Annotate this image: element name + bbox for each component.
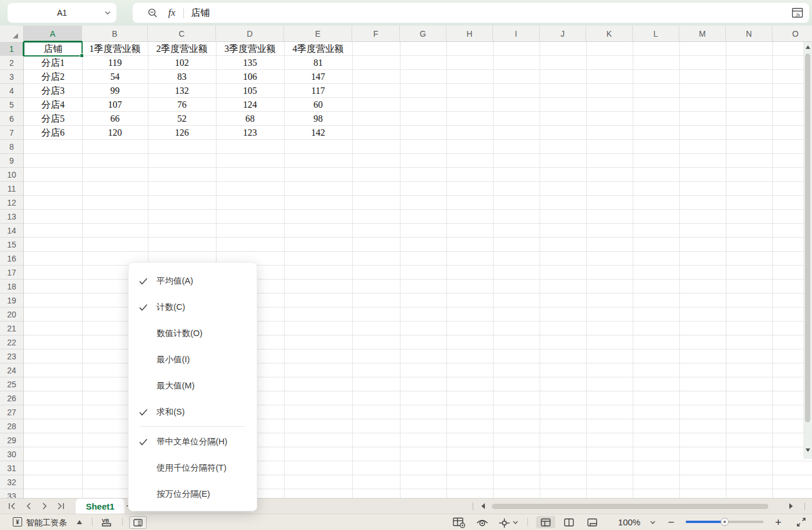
fill-handle[interactable]	[80, 54, 84, 58]
fx-icon[interactable]: fx	[168, 7, 175, 19]
horizontal-scrollbar-thumb[interactable]	[492, 504, 768, 509]
cell-D4[interactable]: 105	[216, 84, 284, 98]
formula-bar[interactable]: fx 店铺 fx	[133, 3, 809, 23]
row-header-9[interactable]: 9	[0, 154, 23, 168]
column-header-K[interactable]: K	[586, 26, 633, 41]
row-header-18[interactable]: 18	[0, 280, 23, 294]
formula-bar-content[interactable]: 店铺	[191, 7, 210, 19]
search-icon[interactable]	[148, 8, 158, 18]
cell-E5[interactable]: 60	[284, 98, 352, 112]
cell-E2[interactable]: 81	[284, 56, 352, 70]
cell-A4[interactable]: 分店3	[24, 84, 82, 98]
split-view-button[interactable]	[559, 516, 579, 528]
row-header-33[interactable]: 33	[0, 489, 23, 498]
row-header-21[interactable]: 21	[0, 321, 23, 335]
table-style-icon[interactable]	[453, 517, 466, 528]
row-header-1[interactable]: 1	[0, 42, 23, 56]
cell-E3[interactable]: 147	[284, 70, 352, 84]
cell-D7[interactable]: 123	[216, 126, 284, 140]
row-header-26[interactable]: 26	[0, 391, 23, 405]
row-header-32[interactable]: 32	[0, 475, 23, 489]
smart-payroll-button[interactable]: 智能工资条	[26, 518, 67, 528]
cell-C7[interactable]: 126	[148, 126, 216, 140]
column-header-F[interactable]: F	[352, 26, 400, 41]
row-header-7[interactable]: 7	[0, 126, 23, 140]
row-header-22[interactable]: 22	[0, 335, 23, 349]
zoom-slider-handle[interactable]	[721, 518, 729, 526]
row-header-13[interactable]: 13	[0, 210, 23, 224]
row-header-3[interactable]: 3	[0, 70, 23, 84]
cell-C5[interactable]: 76	[148, 98, 216, 112]
row-header-14[interactable]: 14	[0, 224, 23, 238]
insert-function-icon[interactable]: fx	[790, 8, 803, 19]
cell-C1[interactable]: 2季度营业额	[148, 42, 216, 56]
sheet-tab-sheet1[interactable]: Sheet1	[76, 499, 125, 514]
chevron-down-icon[interactable]	[513, 521, 518, 524]
move-tool-icon[interactable]	[498, 517, 510, 529]
cell-B1[interactable]: 1季度营业额	[82, 42, 148, 56]
chevron-down-icon[interactable]	[105, 11, 111, 15]
page-layout-button[interactable]	[583, 516, 602, 528]
scroll-left-icon[interactable]	[481, 503, 485, 509]
row-header-5[interactable]: 5	[0, 98, 23, 112]
next-sheet-icon[interactable]	[42, 503, 48, 510]
macro-icon[interactable]: VB	[100, 517, 114, 528]
menu-item-3[interactable]: 数值计数(O)	[129, 320, 257, 347]
cell-B7[interactable]: 120	[82, 126, 148, 140]
column-header-J[interactable]: J	[540, 26, 586, 41]
cell-B4[interactable]: 99	[82, 84, 148, 98]
cell-C6[interactable]: 52	[148, 112, 216, 126]
row-header-20[interactable]: 20	[0, 308, 23, 321]
cell-C3[interactable]: 83	[148, 70, 216, 84]
cell-A3[interactable]: 分店2	[24, 70, 82, 84]
row-header-6[interactable]: 6	[0, 112, 23, 126]
row-header-10[interactable]: 10	[0, 168, 23, 182]
row-header-23[interactable]: 23	[0, 349, 23, 363]
zoom-out-button[interactable]: −	[666, 517, 676, 528]
scroll-down-icon[interactable]	[806, 448, 810, 452]
column-header-E[interactable]: E	[284, 26, 352, 41]
cell-E1[interactable]: 4季度营业额	[284, 42, 352, 56]
row-header-28[interactable]: 28	[0, 419, 23, 433]
cell-B5[interactable]: 107	[82, 98, 148, 112]
column-header-N[interactable]: N	[726, 26, 772, 41]
row-header-4[interactable]: 4	[0, 84, 23, 98]
cell-D1[interactable]: 3季度营业额	[216, 42, 284, 56]
row-header-19[interactable]: 19	[0, 294, 23, 308]
row-header-31[interactable]: 31	[0, 461, 23, 475]
row-header-11[interactable]: 11	[0, 182, 23, 196]
triangle-up-icon[interactable]	[77, 520, 82, 524]
cell-B6[interactable]: 66	[82, 112, 148, 126]
cell-A2[interactable]: 分店1	[24, 56, 82, 70]
select-all-corner[interactable]	[0, 26, 24, 42]
row-header-12[interactable]: 12	[0, 196, 23, 210]
name-box[interactable]: A1	[8, 3, 116, 23]
normal-view-button[interactable]	[536, 516, 555, 528]
column-header-M[interactable]: M	[679, 26, 726, 41]
menu-item-2[interactable]: 计数(C)	[129, 294, 257, 320]
menu-item-7[interactable]: 带中文单位分隔(H)	[129, 429, 257, 455]
cell-A6[interactable]: 分店5	[24, 112, 82, 126]
zoom-in-button[interactable]: +	[773, 517, 783, 528]
menu-item-8[interactable]: 使用千位分隔符(T)	[129, 455, 257, 481]
column-header-O[interactable]: O	[772, 26, 812, 41]
cell-B3[interactable]: 54	[82, 70, 148, 84]
row-header-17[interactable]: 17	[0, 266, 23, 280]
row-header-2[interactable]: 2	[0, 56, 23, 70]
cell-E6[interactable]: 98	[284, 112, 352, 126]
zoom-level-value[interactable]: 100%	[615, 517, 644, 527]
cell-A5[interactable]: 分店4	[24, 98, 82, 112]
fullscreen-icon[interactable]	[796, 517, 807, 528]
row-header-15[interactable]: 15	[0, 238, 23, 252]
row-header-25[interactable]: 25	[0, 377, 23, 391]
last-sheet-icon[interactable]	[56, 503, 65, 510]
column-header-C[interactable]: C	[148, 26, 216, 41]
cell-A7[interactable]: 分店6	[24, 126, 82, 140]
row-header-30[interactable]: 30	[0, 447, 23, 461]
row-header-8[interactable]: 8	[0, 140, 23, 154]
zoom-chevron-down-icon[interactable]	[650, 521, 655, 524]
column-header-A[interactable]: A	[24, 26, 82, 41]
column-header-I[interactable]: I	[493, 26, 540, 41]
menu-item-9[interactable]: 按万位分隔(E)	[129, 481, 257, 507]
cell-E7[interactable]: 142	[284, 126, 352, 140]
